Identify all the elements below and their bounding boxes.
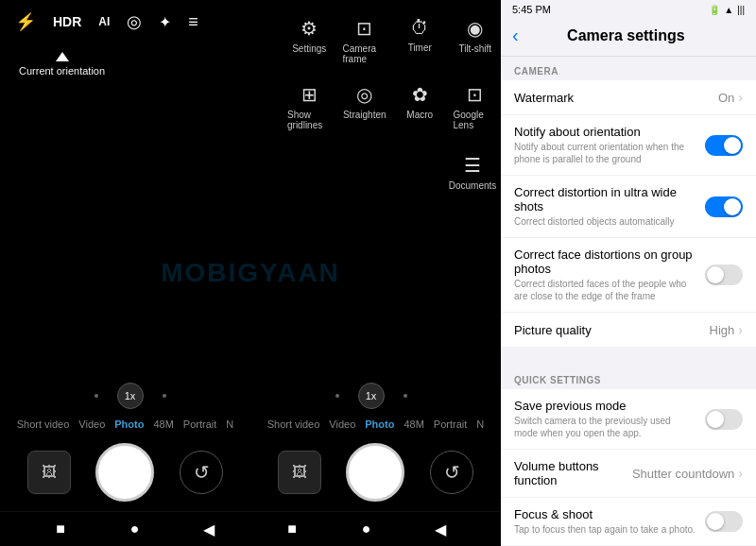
- settings-header: ‹ Camera settings: [501, 19, 756, 57]
- mode-48m-left[interactable]: 48M: [153, 418, 173, 430]
- mode-photo-left[interactable]: Photo: [114, 418, 144, 430]
- volume-buttons-left: Volume buttons function: [514, 459, 632, 487]
- settings-panel: 5:45 PM 🔋 ▲ ||| ‹ Camera settings CAMERA…: [501, 0, 756, 546]
- flash-icon[interactable]: ⚡: [15, 11, 36, 32]
- mode-photo-right[interactable]: Photo: [365, 418, 394, 430]
- mode-portrait-left[interactable]: Portrait: [183, 418, 216, 430]
- mode-portrait-right[interactable]: Portrait: [434, 418, 467, 430]
- mode-n-right[interactable]: N: [476, 418, 484, 430]
- ai-icon[interactable]: AI: [98, 15, 110, 28]
- menu-icon[interactable]: ≡: [188, 12, 198, 32]
- shutter-button-left[interactable]: [95, 443, 154, 502]
- correct-distortion-title: Correct distortion in ultra wide shots: [514, 185, 696, 213]
- battery-icon: 🔋: [709, 5, 720, 15]
- picture-quality-right[interactable]: High ›: [710, 322, 743, 337]
- face-distortions-left: Correct face distortions on group photos…: [514, 247, 705, 302]
- correct-distortion-row: Correct distortion in ultra wide shots C…: [501, 176, 756, 238]
- mode-48m-right[interactable]: 48M: [404, 418, 423, 430]
- watermark-row-right[interactable]: On ›: [718, 90, 743, 105]
- watermark-chevron: ›: [738, 90, 743, 105]
- camera-tools-row2: ⊞ Show gridlines ◎ Straighten ✿ Macro ⊡ …: [284, 76, 501, 138]
- zoom-row-right: 1x: [335, 379, 407, 413]
- camera-panel: ⚡ HDR AI ◎ ✦ ≡ Current orientation ⚙ Set…: [0, 0, 501, 546]
- zoom-button-right[interactable]: 1x: [358, 383, 385, 409]
- macro-icon: ✿: [412, 83, 428, 106]
- back-button[interactable]: ‹: [512, 25, 519, 46]
- tool-google-lens[interactable]: ⊡ Google Lens: [450, 76, 502, 138]
- zoom-button-left[interactable]: 1x: [117, 383, 144, 409]
- focus-shoot-left: Focus & shoot Tap to focus then tap agai…: [514, 507, 705, 536]
- picture-quality-value: High: [710, 323, 735, 337]
- correct-distortion-knob: [724, 198, 741, 215]
- section-divider: [501, 347, 756, 366]
- nav-back-left[interactable]: ◀: [199, 520, 218, 538]
- tool-documents-label: Documents: [449, 180, 497, 191]
- gallery-button-right[interactable]: 🖼: [278, 451, 321, 494]
- picture-quality-chevron: ›: [738, 322, 743, 337]
- correct-distortion-toggle[interactable]: [705, 196, 743, 217]
- straighten-icon: ◎: [356, 83, 372, 106]
- gallery-button-left[interactable]: 🖼: [27, 451, 71, 494]
- settings-body: CAMERA Watermark On › Notify about orien…: [501, 57, 756, 546]
- orientation-indicator: Current orientation: [19, 52, 105, 77]
- save-mode-subtitle: Switch camera to the previously used mod…: [514, 415, 696, 439]
- tool-macro[interactable]: ✿ Macro: [394, 76, 446, 138]
- zoom-dot-right: [335, 394, 339, 398]
- tool-gridlines[interactable]: ⊞ Show gridlines: [284, 76, 335, 138]
- volume-buttons-title: Volume buttons function: [514, 459, 623, 487]
- face-distortions-toggle[interactable]: [705, 264, 743, 285]
- focus-shoot-subtitle: Tap to focus then tap again to take a ph…: [514, 523, 696, 536]
- nav-square-right[interactable]: ■: [283, 520, 301, 538]
- camera-bottom: 1x 1x Short video Video Photo 48M Portra…: [0, 379, 501, 546]
- notify-orientation-toggle[interactable]: [705, 135, 743, 156]
- nav-circle-left[interactable]: ●: [125, 520, 144, 538]
- camera-modes-right: Short video Video Photo 48M Portrait N: [255, 413, 495, 435]
- volume-buttons-row: Volume buttons function Shutter countdow…: [501, 450, 756, 498]
- camera-top-bar: ⚡ HDR AI ◎ ✦ ≡: [0, 0, 501, 43]
- focus-shoot-row: Focus & shoot Tap to focus then tap agai…: [501, 498, 756, 545]
- volume-buttons-value: Shutter countdown: [632, 467, 734, 481]
- correct-distortion-left: Correct distortion in ultra wide shots C…: [514, 185, 705, 228]
- documents-icon: ☰: [464, 154, 481, 177]
- face-distortions-subtitle: Correct distorted faces of the people wh…: [514, 278, 696, 302]
- face-distortions-knob: [707, 266, 724, 283]
- zoom-dot-right2: [404, 394, 407, 398]
- face-distortions-row: Correct face distortions on group photos…: [501, 238, 756, 313]
- nav-circle-right[interactable]: ●: [356, 520, 375, 538]
- watermark-text: MOBIGYAAN: [161, 258, 340, 288]
- mode-video-left[interactable]: Video: [78, 418, 105, 430]
- focus-shoot-toggle[interactable]: [705, 511, 743, 532]
- nav-square-left[interactable]: ■: [51, 520, 70, 538]
- hdr-icon[interactable]: HDR: [53, 14, 81, 29]
- tool-documents[interactable]: ☰ Documents: [445, 146, 501, 198]
- quick-settings-group: Save previous mode Switch camera to the …: [501, 389, 756, 545]
- gallery-icon-right: 🖼: [292, 464, 307, 481]
- flip-button-left[interactable]: ↺: [180, 451, 223, 494]
- flip-icon-right: ↺: [444, 461, 460, 484]
- navigation-bar: ■ ● ◀ ■ ● ◀: [0, 511, 501, 546]
- tool-macro-label: Macro: [406, 110, 433, 120]
- beauty-icon[interactable]: ◎: [127, 11, 142, 32]
- watermark-row-left: Watermark: [514, 91, 718, 105]
- camera-settings-group: Watermark On › Notify about orientation …: [501, 80, 756, 347]
- watermark-title: Watermark: [514, 91, 709, 105]
- orientation-label: Current orientation: [19, 65, 105, 77]
- shutter-button-right[interactable]: [346, 443, 404, 502]
- notify-orientation-left: Notify about orientation Notify about cu…: [514, 125, 705, 165]
- mode-video-right[interactable]: Video: [329, 418, 355, 430]
- picture-quality-row: Picture quality High ›: [501, 313, 756, 347]
- save-mode-row: Save previous mode Switch camera to the …: [501, 389, 756, 450]
- tool-straighten[interactable]: ◎ Straighten: [339, 76, 391, 138]
- flip-button-right[interactable]: ↺: [430, 451, 473, 494]
- mode-short-video-right[interactable]: Short video: [267, 418, 320, 430]
- tool-timer-label: Timer: [408, 43, 432, 53]
- extra-icon[interactable]: ✦: [159, 13, 171, 31]
- nav-back-right[interactable]: ◀: [431, 520, 450, 538]
- mode-n-left[interactable]: N: [226, 418, 233, 430]
- save-mode-toggle[interactable]: [705, 409, 743, 430]
- google-lens-icon: ⊡: [467, 83, 483, 106]
- controls-left: 🖼 ↺: [5, 435, 245, 511]
- volume-buttons-right[interactable]: Shutter countdown ›: [632, 466, 743, 481]
- tool-settings-label: Settings: [292, 43, 326, 54]
- mode-short-video-left[interactable]: Short video: [17, 418, 70, 430]
